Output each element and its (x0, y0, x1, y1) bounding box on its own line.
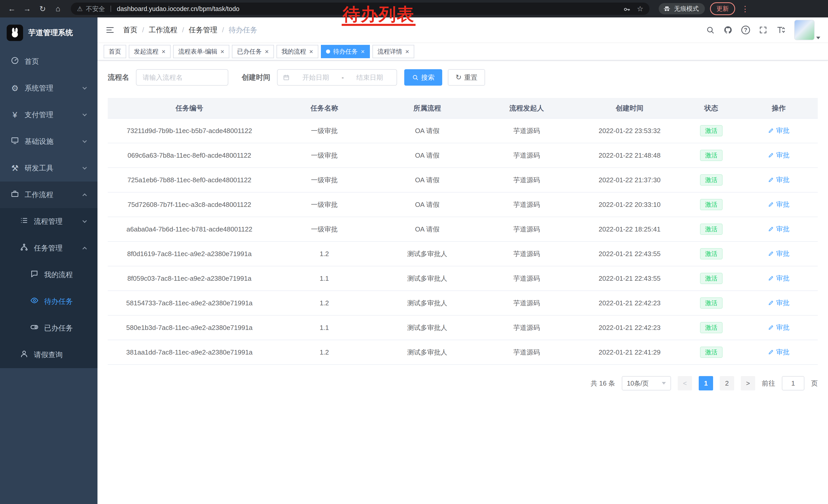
edit-icon (768, 250, 774, 257)
sidebar-item-todo-tasks[interactable]: 待办任务 (0, 288, 97, 315)
incognito-label: 无痕模式 (674, 5, 699, 13)
cell-process: 测试多审批人 (378, 340, 477, 365)
dashboard-icon (10, 56, 19, 67)
approve-link[interactable]: 审批 (768, 225, 790, 234)
cell-starter: 芋道源码 (477, 119, 576, 143)
next-page-button[interactable]: > (741, 376, 755, 391)
sidebar-item-infra[interactable]: 基础设施 (0, 128, 97, 155)
table-header-row: 任务编号 任务名称 所属流程 流程发起人 创建时间 状态 操作 (108, 98, 818, 119)
search-icon[interactable] (706, 26, 715, 34)
cell-task-id: 8f059c03-7ac8-11ec-a9e2-a2380e71991a (108, 266, 271, 291)
sidebar-item-workflow[interactable]: 工作流程 (0, 182, 97, 208)
cell-starter: 芋道源码 (477, 168, 576, 192)
tab-form-edit[interactable]: 流程表单-编辑 × (173, 45, 229, 58)
sidebar-item-label: 请假查询 (34, 350, 63, 360)
goto-suffix: 页 (811, 379, 818, 388)
font-size-icon[interactable] (776, 26, 785, 35)
page-button-1[interactable]: 1 (699, 376, 713, 391)
browser-back-button[interactable]: ← (5, 2, 18, 15)
cell-created: 2022-01-21 22:43:55 (576, 266, 683, 291)
bookmark-star-icon[interactable]: ☆ (637, 5, 643, 13)
process-name-input[interactable] (136, 69, 228, 86)
github-icon[interactable] (723, 26, 733, 35)
breadcrumb-separator: / (222, 26, 224, 34)
approve-link[interactable]: 审批 (768, 249, 790, 258)
cell-task-name: 一级审批 (271, 168, 378, 192)
date-range-picker[interactable]: 开始日期 - 结束日期 (277, 69, 397, 86)
table-row: 73211d9d-7b9b-11ec-b5b7-acde48001122 一级审… (108, 119, 818, 143)
sidebar-item-done-tasks[interactable]: 已办任务 (0, 315, 97, 341)
avatar[interactable] (794, 20, 815, 40)
calendar-icon (283, 74, 290, 81)
breadcrumb-home[interactable]: 首页 (123, 25, 137, 35)
sidebar-item-devtools[interactable]: ⚒ 研发工具 (0, 155, 97, 182)
page-size-select[interactable]: 10条/页 (622, 376, 671, 391)
active-dot-icon (326, 49, 330, 54)
tab-my-process[interactable]: 我的流程 × (277, 45, 318, 58)
approve-link[interactable]: 审批 (768, 323, 790, 332)
sidebar-item-task-mgmt[interactable]: 任务管理 (0, 235, 97, 262)
status-badge: 激活 (700, 150, 722, 161)
breadcrumb-task-mgmt[interactable]: 任务管理 (189, 25, 217, 35)
tab-start-process[interactable]: 发起流程 × (129, 45, 171, 58)
approve-label: 审批 (776, 151, 790, 160)
status-badge: 激活 (700, 125, 722, 136)
browser-reload-button[interactable]: ↻ (36, 2, 49, 15)
cell-task-id: 8f0d1619-7ac8-11ec-a9e2-a2380e71991a (108, 241, 271, 266)
breadcrumb-workflow[interactable]: 工作流程 (149, 25, 177, 35)
browser-menu-icon[interactable]: ⋮ (740, 4, 750, 13)
browser-forward-button[interactable]: → (20, 2, 34, 15)
approve-link[interactable]: 审批 (768, 299, 790, 307)
sidebar-item-leave-query[interactable]: 请假查询 (0, 341, 97, 368)
tab-close-icon[interactable]: × (309, 48, 313, 55)
tab-close-icon[interactable]: × (405, 48, 409, 55)
browser-update-button[interactable]: 更新 (710, 2, 735, 15)
search-button[interactable]: 搜索 (404, 69, 442, 86)
cell-created: 2022-01-22 23:53:32 (576, 119, 683, 143)
sidebar-item-home[interactable]: 首页 (0, 48, 97, 75)
table-row: 069c6a63-7b8a-11ec-8ef0-acde48001122 一级审… (108, 143, 818, 168)
approve-link[interactable]: 审批 (768, 175, 790, 184)
breadcrumb-separator: / (142, 26, 144, 34)
sidebar-item-payment[interactable]: ¥ 支付管理 (0, 101, 97, 128)
sidebar-item-my-process[interactable]: 我的流程 (0, 262, 97, 288)
table-row: 8f0d1619-7ac8-11ec-a9e2-a2380e71991a 1.2… (108, 241, 818, 266)
approve-link[interactable]: 审批 (768, 126, 790, 135)
tab-close-icon[interactable]: × (162, 48, 165, 55)
sidebar-item-label: 系统管理 (25, 83, 53, 93)
status-badge: 激活 (700, 248, 722, 260)
tab-done-tasks[interactable]: 已办任务 × (232, 45, 274, 58)
approve-link[interactable]: 审批 (768, 274, 790, 283)
fullscreen-icon[interactable] (759, 26, 768, 34)
reset-button[interactable]: ↻ 重置 (448, 69, 485, 86)
navbar-actions: ? (706, 20, 820, 40)
sidebar-item-label: 工作流程 (25, 190, 53, 200)
tab-label: 流程表单-编辑 (178, 47, 217, 56)
user-menu[interactable] (794, 20, 820, 40)
tab-process-detail[interactable]: 流程详情 × (372, 45, 414, 58)
help-icon[interactable]: ? (741, 26, 750, 34)
tab-home[interactable]: 首页 (104, 45, 126, 58)
prev-page-button[interactable]: < (678, 376, 692, 391)
cell-starter: 芋道源码 (477, 266, 576, 291)
sidebar-item-label: 基础设施 (25, 137, 53, 146)
page-button-2[interactable]: 2 (720, 376, 734, 391)
sidebar-collapse-button[interactable] (105, 25, 115, 35)
approve-link[interactable]: 审批 (768, 151, 790, 160)
sidebar-item-system[interactable]: ⚙ 系统管理 (0, 75, 97, 101)
approve-link[interactable]: 审批 (768, 348, 790, 357)
app-title: 芋道管理系统 (28, 28, 73, 38)
tab-close-icon[interactable]: × (265, 48, 268, 55)
tab-close-icon[interactable]: × (220, 48, 224, 55)
approve-label: 审批 (776, 299, 790, 307)
tab-close-icon[interactable]: × (361, 48, 365, 55)
key-icon[interactable] (623, 5, 631, 12)
table-row: 580e1b3d-7ac8-11ec-a9e2-a2380e71991a 1.1… (108, 315, 818, 340)
approve-link[interactable]: 审批 (768, 200, 790, 209)
tab-todo-tasks[interactable]: 待办任务 × (321, 45, 370, 58)
sidebar-item-process-mgmt[interactable]: 流程管理 (0, 208, 97, 235)
create-time-label: 创建时间 (242, 73, 271, 82)
approve-label: 审批 (776, 225, 790, 234)
goto-page-input[interactable] (782, 376, 804, 391)
browser-home-button[interactable]: ⌂ (51, 2, 65, 15)
